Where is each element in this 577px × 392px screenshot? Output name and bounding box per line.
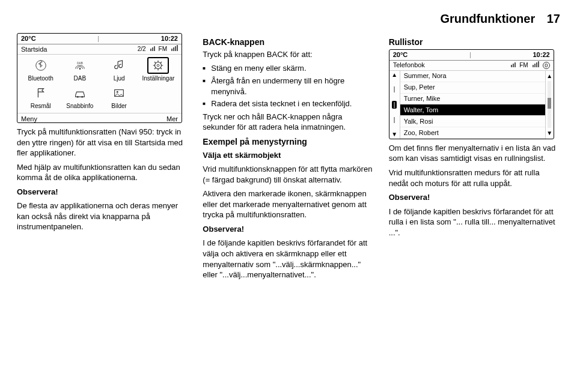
col2-obs: Observera! — [203, 224, 374, 235]
screenshot-telefonbok: 20°C | 10:22 Telefonbok FM 0 ▲ | | | — [389, 49, 554, 139]
svg-point-4 — [157, 64, 160, 67]
signal-icon — [171, 45, 178, 53]
screen1-menu-button[interactable]: Meny — [21, 115, 37, 121]
app-bilder-label: Bilder — [111, 102, 127, 110]
alpha-down-icon[interactable]: ▼ — [391, 131, 397, 137]
dab-icon: DAB — [72, 59, 88, 72]
app-snabbinfo[interactable]: Snabbinfo — [60, 85, 99, 112]
app-empty — [139, 85, 178, 112]
column-1: 20°C | 10:22 Startsida 2/2 FM — [17, 33, 188, 284]
screen2-title-right: FM 0 — [510, 61, 549, 70]
list-item[interactable]: Zoo, Robert — [400, 127, 545, 139]
alpha-letter: | — [394, 116, 395, 124]
scrollbar[interactable]: ▲ ▼ — [545, 71, 554, 139]
scroll-down-icon[interactable]: ▼ — [546, 128, 552, 139]
svg-point-1 — [79, 68, 81, 70]
list-item[interactable]: Turner, Mike — [400, 94, 545, 105]
car-icon — [72, 86, 88, 100]
col1-p1: Tryck på multifunktionsratten (Navi 950:… — [17, 127, 188, 158]
column-2: BACK-knappen Tryck på knappen BACK för a… — [203, 33, 374, 284]
list-item[interactable]: Summer, Nora — [400, 71, 545, 82]
app-installningar-label: Inställningar — [142, 74, 174, 83]
screenshot-startsida: 20°C | 10:22 Startsida 2/2 FM — [17, 33, 182, 123]
columns: 20°C | 10:22 Startsida 2/2 FM — [17, 33, 560, 284]
screen1-title: Startsida — [21, 45, 47, 54]
alpha-letter: | — [394, 85, 395, 94]
app-bilder[interactable]: Bilder — [100, 85, 139, 112]
col1-p3: De flesta av applikationerna och deras m… — [17, 201, 188, 232]
flag-icon — [33, 86, 49, 100]
app-bluetooth-label: Bluetooth — [28, 74, 53, 83]
page-number: 17 — [547, 12, 560, 25]
screen1-time: 10:22 — [161, 34, 178, 43]
svg-point-6 — [81, 96, 83, 98]
badge-icon: 0 — [543, 62, 550, 69]
screen2-divider: | — [469, 50, 471, 59]
screen1-page: 2/2 — [138, 45, 146, 53]
list-item[interactable]: Yalk, Rosi — [400, 116, 545, 127]
scroll-track[interactable] — [548, 81, 551, 128]
screen2-title: Telefonbok — [393, 61, 425, 70]
phonebook-list: Summer, Nora Sup, Peter Turner, Mike Wal… — [400, 71, 545, 139]
screen1-footer: Meny Mer — [17, 113, 182, 122]
screen2-title-row: Telefonbok FM 0 — [389, 61, 554, 71]
svg-point-5 — [77, 96, 79, 98]
screen1-title-right: 2/2 FM — [138, 45, 178, 53]
col3-p2: Vrid multifunktionsratten medurs för att… — [389, 167, 560, 188]
app-dab-label: DAB — [74, 74, 87, 83]
col1-p2: Med hjälp av multifunktionsratten kan du… — [17, 162, 188, 183]
screen1-title-row: Startsida 2/2 FM — [17, 44, 182, 55]
screen1-statusbar: 20°C | 10:22 — [17, 34, 182, 44]
bullet-3: Radera det sista tecknet i en teckenfölj… — [203, 98, 374, 109]
app-resmal[interactable]: Resmål — [21, 85, 60, 112]
bullet-1: Stäng en meny eller skärm. — [203, 63, 374, 74]
screen1-more-button[interactable]: Mer — [166, 115, 178, 121]
col1-obs: Observera! — [17, 187, 188, 198]
col2-p2: Vrid multifunktionsknappen för att flytt… — [203, 164, 374, 185]
col2-bullets: Stäng en meny eller skärm. Återgå från e… — [203, 63, 374, 109]
app-snabbinfo-label: Snabbinfo — [66, 102, 93, 110]
column-3: Rullistor 20°C | 10:22 Telefonbok FM 0 ▲ — [389, 33, 560, 284]
alpha-scroll[interactable]: ▲ | | | ▼ — [389, 71, 400, 139]
screen1-divider: | — [97, 34, 99, 43]
col2-intro: Tryck på knappen BACK för att: — [203, 49, 374, 60]
bullet-2: Återgå från en undermeny till en högre m… — [203, 76, 374, 97]
col3-p3: I de följande kapitlen beskrivs förfaran… — [389, 207, 560, 238]
app-ljud[interactable]: Ljud — [100, 57, 139, 85]
signal-icon — [532, 61, 539, 70]
alpha-up-icon[interactable]: ▲ — [391, 72, 397, 78]
app-installningar[interactable]: Inställningar — [139, 57, 178, 85]
wifi-icon — [150, 45, 155, 53]
screen1-fm: FM — [159, 45, 167, 53]
col2-p1: Tryck ner och håll BACK-knappen några se… — [203, 112, 374, 133]
app-bluetooth[interactable]: Bluetooth — [21, 57, 60, 85]
scroll-up-icon[interactable]: ▲ — [546, 71, 552, 82]
screen2-list-wrap: ▲ | | | ▼ Summer, Nora Sup, Peter Turner… — [389, 71, 554, 139]
page-header: Grundfunktioner 17 — [17, 11, 560, 27]
col2-p3: Aktivera den markerade ikonen, skärmknap… — [203, 188, 374, 220]
note-icon — [111, 59, 127, 72]
screen2-fm: FM — [519, 61, 528, 70]
svg-point-0 — [35, 61, 46, 71]
screen1-grid: Bluetooth DAB DAB Ljud Inställningar Res… — [17, 55, 182, 113]
scroll-thumb[interactable] — [548, 98, 551, 109]
col2-p4: I de följande kapitlen beskrivs förfaran… — [203, 238, 374, 280]
list-item-selected[interactable]: Walter, Tom — [400, 104, 545, 116]
gear-icon — [150, 59, 166, 72]
list-item[interactable]: Sup, Peter — [400, 82, 545, 94]
col2-h2: Exempel på menystyrning — [203, 136, 374, 148]
app-resmal-label: Resmål — [31, 102, 51, 110]
svg-point-8 — [117, 91, 118, 92]
alpha-letter-selected: | — [392, 101, 397, 109]
app-dab[interactable]: DAB DAB — [60, 57, 99, 85]
screen2-temp: 20°C — [393, 50, 408, 59]
col2-h1: BACK-knappen — [203, 37, 374, 48]
screen2-time: 10:22 — [533, 50, 550, 59]
wifi-icon — [510, 61, 516, 70]
app-ljud-label: Ljud — [114, 74, 125, 83]
screen2-statusbar: 20°C | 10:22 — [389, 50, 554, 61]
col3-h1: Rullistor — [389, 37, 560, 48]
image-icon — [111, 86, 127, 100]
svg-text:DAB: DAB — [77, 62, 82, 65]
screen1-temp: 20°C — [21, 34, 36, 43]
